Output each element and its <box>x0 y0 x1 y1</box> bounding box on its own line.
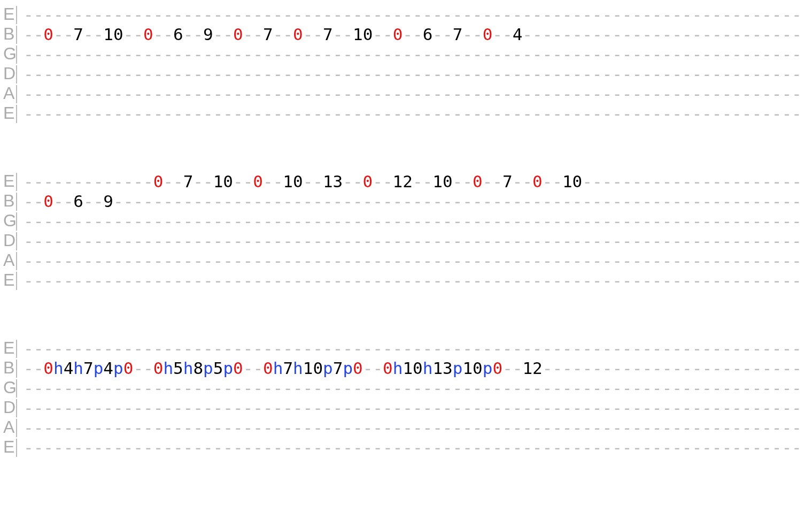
string-content: ----------------------------------------… <box>24 271 809 291</box>
barline <box>16 26 21 44</box>
string-content: ----------------------------------------… <box>24 231 809 251</box>
string-row: D---------------------------------------… <box>3 398 809 417</box>
string-row: G---------------------------------------… <box>3 378 809 398</box>
string-content: ----------------------------------------… <box>24 438 809 457</box>
barline <box>16 45 21 64</box>
barline <box>16 379 21 398</box>
string-label: E <box>3 338 15 358</box>
string-content: ----------------------------------------… <box>24 398 809 418</box>
string-row: B--0h4h7p4p0--0h5h8p5p0--0h7h10p7p0--0h1… <box>3 358 809 378</box>
barline <box>16 212 21 231</box>
string-content: --0--6--9-------------------------------… <box>24 192 809 211</box>
string-label: D <box>3 231 15 250</box>
string-content: ----------------------------------------… <box>24 104 809 124</box>
string-label: D <box>3 398 15 417</box>
string-label: A <box>3 83 15 103</box>
barline <box>16 399 21 417</box>
string-label: E <box>3 4 15 24</box>
string-content: --0--7--10--0--6--9--0--7--0--7--10--0--… <box>24 25 809 44</box>
barline <box>16 232 21 250</box>
string-content: ----------------------------------------… <box>24 64 809 84</box>
string-label: B <box>3 24 15 44</box>
string-label: A <box>3 417 15 437</box>
barline <box>16 252 21 270</box>
string-label: G <box>3 44 15 64</box>
string-content: ----------------------------------------… <box>24 211 809 231</box>
string-content: --0h4h7p4p0--0h5h8p5p0--0h7h10p7p0--0h10… <box>24 358 809 378</box>
string-content: ----------------------------------------… <box>24 378 809 398</box>
string-content: ----------------------------------------… <box>24 44 809 64</box>
string-label: B <box>3 358 15 378</box>
barline <box>16 6 21 24</box>
barline <box>16 85 21 103</box>
string-label: D <box>3 64 15 83</box>
string-label: E <box>3 437 15 457</box>
barline <box>16 105 21 123</box>
string-row: D---------------------------------------… <box>3 231 809 250</box>
barline <box>16 360 21 378</box>
string-row: B--0--7--10--0--6--9--0--7--0--7--10--0-… <box>3 24 809 44</box>
string-label: E <box>3 171 15 191</box>
barline <box>16 65 21 83</box>
barline <box>16 419 21 437</box>
tab-block: E---------------------------------------… <box>3 4 809 123</box>
tab-block: E---------------------------------------… <box>3 338 809 457</box>
string-label: A <box>3 250 15 270</box>
string-row: E---------------------------------------… <box>3 437 809 457</box>
string-label: G <box>3 211 15 231</box>
string-label: B <box>3 191 15 211</box>
string-row: B--0--6--9------------------------------… <box>3 191 809 211</box>
string-content: ----------------------------------------… <box>24 84 809 104</box>
string-label: E <box>3 270 15 290</box>
barline <box>16 173 21 191</box>
string-content: ----------------------------------------… <box>24 251 809 271</box>
string-row: G---------------------------------------… <box>3 44 809 64</box>
string-row: G---------------------------------------… <box>3 211 809 231</box>
string-row: E---------------------------------------… <box>3 270 809 290</box>
barline <box>16 272 21 290</box>
string-row: E---------------------------------------… <box>3 4 809 24</box>
barline <box>16 193 21 211</box>
tab-block: E-------------0--7--10--0--10--13--0--12… <box>3 171 809 290</box>
string-row: E-------------0--7--10--0--10--13--0--12… <box>3 171 809 191</box>
string-row: A---------------------------------------… <box>3 83 809 103</box>
guitar-tab-page: E---------------------------------------… <box>0 0 812 512</box>
string-label: G <box>3 378 15 398</box>
barline <box>16 340 21 358</box>
string-row: A---------------------------------------… <box>3 417 809 437</box>
string-content: ----------------------------------------… <box>24 339 809 358</box>
string-label: E <box>3 103 15 123</box>
string-content: ----------------------------------------… <box>24 418 809 438</box>
string-content: -------------0--7--10--0--10--13--0--12-… <box>24 172 809 192</box>
string-row: D---------------------------------------… <box>3 64 809 83</box>
string-row: A---------------------------------------… <box>3 250 809 270</box>
string-content: ----------------------------------------… <box>24 5 809 25</box>
string-row: E---------------------------------------… <box>3 103 809 123</box>
string-row: E---------------------------------------… <box>3 338 809 358</box>
barline <box>16 439 21 457</box>
